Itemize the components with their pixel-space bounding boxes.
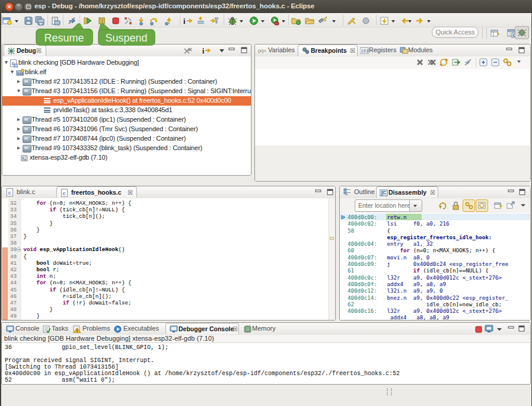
svg-text:i: i bbox=[202, 47, 205, 55]
svg-text:c: c bbox=[8, 191, 11, 196]
svg-text:Resume: Resume bbox=[44, 32, 84, 44]
svg-text:(x)=: (x)= bbox=[258, 48, 266, 53]
svg-text:1010: 1010 bbox=[361, 49, 369, 53]
svg-text:Suspend: Suspend bbox=[105, 32, 147, 44]
svg-text:c: c bbox=[63, 191, 66, 197]
svg-text:i: i bbox=[183, 17, 186, 26]
